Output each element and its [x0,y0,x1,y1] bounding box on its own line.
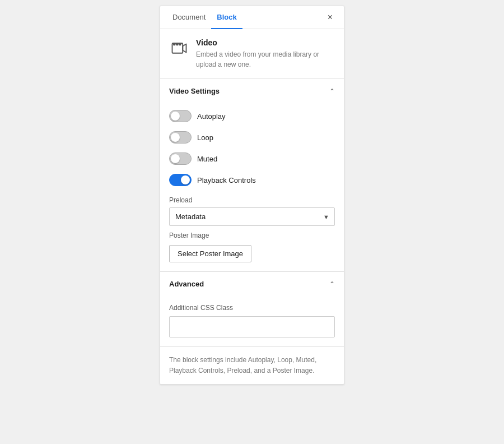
svg-rect-3 [176,43,178,45]
muted-toggle[interactable] [169,152,192,165]
video-settings-header[interactable]: Video Settings ⌃ [160,79,344,103]
muted-row: Muted [169,148,335,169]
settings-panel: Document Block × Video Embed a video fro… [160,6,344,385]
advanced-section: Advanced ⌃ Additional CSS Class [160,272,344,347]
svg-rect-4 [179,43,181,45]
loop-track [169,131,192,144]
muted-label: Muted [197,155,217,163]
tab-bar: Document Block × [160,6,344,29]
footer-text: The block settings include Autoplay, Loo… [160,347,344,384]
loop-label: Loop [197,133,213,142]
svg-rect-2 [174,43,175,45]
video-settings-chevron-icon: ⌃ [329,87,335,95]
css-class-label: Additional CSS Class [169,304,335,312]
block-description: Embed a video from your media library or… [196,49,335,70]
select-poster-image-button[interactable]: Select Poster Image [169,245,251,262]
autoplay-toggle[interactable] [169,110,192,122]
playback-controls-row: Playback Controls [169,169,335,191]
close-button[interactable]: × [323,10,337,25]
poster-image-field: Poster Image Select Poster Image [169,232,335,262]
preload-select[interactable]: Metadata None Auto [169,207,335,226]
video-settings-title: Video Settings [169,87,220,95]
css-class-input[interactable] [169,316,335,337]
autoplay-track [169,110,192,122]
tab-block[interactable]: Block [211,6,242,29]
video-settings-body: Autoplay Loop Muted [160,103,344,271]
autoplay-label: Autoplay [197,112,226,121]
muted-track [169,152,192,165]
preload-label: Preload [169,196,335,204]
block-info-section: Video Embed a video from your media libr… [160,29,344,79]
tab-document[interactable]: Document [167,6,211,29]
advanced-section-body: Additional CSS Class [160,296,344,346]
playback-controls-track [169,174,192,186]
loop-row: Loop [169,127,335,148]
loop-toggle[interactable] [169,131,192,144]
block-info-text: Video Embed a video from your media libr… [196,38,335,70]
video-settings-section: Video Settings ⌃ Autoplay Loop [160,79,344,272]
preload-field: Preload Metadata None Auto ▼ [169,196,335,226]
video-icon [169,38,189,58]
advanced-section-title: Advanced [169,280,204,288]
poster-image-label: Poster Image [169,232,335,239]
autoplay-row: Autoplay [169,105,335,127]
preload-select-wrapper: Metadata None Auto ▼ [169,207,335,226]
advanced-chevron-icon: ⌃ [329,280,335,288]
playback-controls-label: Playback Controls [197,176,256,184]
block-title: Video [196,38,335,47]
video-svg [171,40,188,57]
playback-controls-toggle[interactable] [169,174,192,186]
advanced-section-header[interactable]: Advanced ⌃ [160,272,344,296]
